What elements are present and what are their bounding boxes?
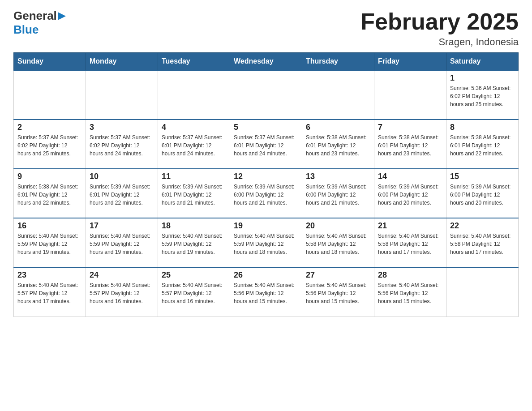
calendar-cell bbox=[302, 70, 374, 120]
title-block: February 2025 Sragen, Indonesia bbox=[360, 9, 519, 48]
day-number: 11 bbox=[162, 172, 226, 181]
calendar-cell: 9Sunrise: 5:38 AM Sunset: 6:01 PM Daylig… bbox=[14, 169, 86, 218]
calendar-cell: 15Sunrise: 5:39 AM Sunset: 6:00 PM Dayli… bbox=[446, 169, 519, 218]
day-number: 14 bbox=[378, 172, 442, 181]
day-info: Sunrise: 5:39 AM Sunset: 6:00 PM Dayligh… bbox=[378, 183, 442, 207]
day-info: Sunrise: 5:40 AM Sunset: 5:57 PM Dayligh… bbox=[17, 281, 82, 305]
day-number: 4 bbox=[162, 123, 226, 132]
calendar-cell bbox=[86, 70, 158, 120]
day-number: 8 bbox=[450, 123, 515, 132]
day-number: 5 bbox=[234, 123, 298, 132]
calendar-cell: 17Sunrise: 5:40 AM Sunset: 5:59 PM Dayli… bbox=[86, 218, 158, 267]
logo-general-text: General bbox=[13, 9, 57, 23]
day-number: 24 bbox=[90, 270, 154, 280]
day-number: 22 bbox=[450, 221, 515, 231]
day-number: 6 bbox=[306, 123, 370, 132]
calendar-cell: 16Sunrise: 5:40 AM Sunset: 5:59 PM Dayli… bbox=[14, 218, 86, 267]
day-info: Sunrise: 5:39 AM Sunset: 6:00 PM Dayligh… bbox=[450, 183, 515, 207]
day-number: 19 bbox=[234, 221, 298, 231]
day-number: 20 bbox=[306, 221, 370, 231]
weekday-header-monday: Monday bbox=[86, 53, 158, 71]
day-info: Sunrise: 5:40 AM Sunset: 5:59 PM Dayligh… bbox=[17, 232, 82, 256]
day-info: Sunrise: 5:40 AM Sunset: 5:58 PM Dayligh… bbox=[378, 232, 442, 256]
logo-triangle-icon bbox=[58, 12, 67, 21]
calendar-cell: 14Sunrise: 5:39 AM Sunset: 6:00 PM Dayli… bbox=[374, 169, 446, 218]
day-number: 3 bbox=[90, 123, 154, 132]
day-number: 17 bbox=[90, 221, 154, 231]
week-row-3: 9Sunrise: 5:38 AM Sunset: 6:01 PM Daylig… bbox=[14, 169, 519, 218]
svg-marker-0 bbox=[58, 12, 66, 20]
calendar-cell: 21Sunrise: 5:40 AM Sunset: 5:58 PM Dayli… bbox=[374, 218, 446, 267]
day-info: Sunrise: 5:37 AM Sunset: 6:02 PM Dayligh… bbox=[17, 133, 82, 158]
day-info: Sunrise: 5:40 AM Sunset: 5:59 PM Dayligh… bbox=[90, 232, 154, 256]
day-info: Sunrise: 5:40 AM Sunset: 5:56 PM Dayligh… bbox=[378, 281, 442, 305]
day-number: 16 bbox=[17, 221, 82, 231]
calendar-cell: 2Sunrise: 5:37 AM Sunset: 6:02 PM Daylig… bbox=[14, 120, 86, 169]
day-info: Sunrise: 5:37 AM Sunset: 6:01 PM Dayligh… bbox=[234, 133, 298, 158]
weekday-header-saturday: Saturday bbox=[446, 53, 519, 71]
day-number: 28 bbox=[378, 270, 442, 280]
day-number: 25 bbox=[162, 270, 226, 280]
calendar-cell: 26Sunrise: 5:40 AM Sunset: 5:56 PM Dayli… bbox=[230, 267, 302, 317]
calendar-cell: 13Sunrise: 5:39 AM Sunset: 6:00 PM Dayli… bbox=[302, 169, 374, 218]
calendar-cell: 24Sunrise: 5:40 AM Sunset: 5:57 PM Dayli… bbox=[86, 267, 158, 317]
day-number: 27 bbox=[306, 270, 370, 280]
calendar-cell: 18Sunrise: 5:40 AM Sunset: 5:59 PM Dayli… bbox=[158, 218, 230, 267]
calendar-cell: 23Sunrise: 5:40 AM Sunset: 5:57 PM Dayli… bbox=[14, 267, 86, 317]
calendar-table: SundayMondayTuesdayWednesdayThursdayFrid… bbox=[13, 52, 519, 317]
weekday-header-sunday: Sunday bbox=[14, 53, 86, 71]
day-info: Sunrise: 5:40 AM Sunset: 5:59 PM Dayligh… bbox=[234, 232, 298, 256]
weekday-header-thursday: Thursday bbox=[302, 53, 374, 71]
week-row-4: 16Sunrise: 5:40 AM Sunset: 5:59 PM Dayli… bbox=[14, 218, 519, 267]
day-info: Sunrise: 5:37 AM Sunset: 6:01 PM Dayligh… bbox=[162, 133, 226, 158]
day-info: Sunrise: 5:36 AM Sunset: 6:02 PM Dayligh… bbox=[450, 84, 515, 108]
day-number: 2 bbox=[17, 123, 82, 132]
calendar-cell: 6Sunrise: 5:38 AM Sunset: 6:01 PM Daylig… bbox=[302, 120, 374, 169]
day-info: Sunrise: 5:38 AM Sunset: 6:01 PM Dayligh… bbox=[450, 133, 515, 158]
day-info: Sunrise: 5:39 AM Sunset: 6:00 PM Dayligh… bbox=[306, 183, 370, 207]
calendar-cell bbox=[158, 70, 230, 120]
logo: General Blue bbox=[13, 9, 67, 37]
day-info: Sunrise: 5:40 AM Sunset: 5:56 PM Dayligh… bbox=[234, 281, 298, 305]
week-row-2: 2Sunrise: 5:37 AM Sunset: 6:02 PM Daylig… bbox=[14, 120, 519, 169]
day-info: Sunrise: 5:40 AM Sunset: 5:56 PM Dayligh… bbox=[306, 281, 370, 305]
calendar-cell: 4Sunrise: 5:37 AM Sunset: 6:01 PM Daylig… bbox=[158, 120, 230, 169]
day-number: 9 bbox=[17, 172, 82, 181]
calendar-cell bbox=[446, 267, 519, 317]
day-number: 1 bbox=[450, 73, 515, 83]
calendar-cell: 25Sunrise: 5:40 AM Sunset: 5:57 PM Dayli… bbox=[158, 267, 230, 317]
day-number: 7 bbox=[378, 123, 442, 132]
day-info: Sunrise: 5:39 AM Sunset: 6:01 PM Dayligh… bbox=[90, 183, 154, 207]
calendar-subtitle: Sragen, Indonesia bbox=[360, 36, 519, 48]
day-number: 12 bbox=[234, 172, 298, 181]
calendar-title: February 2025 bbox=[360, 9, 519, 34]
day-number: 15 bbox=[450, 172, 515, 181]
calendar-cell: 10Sunrise: 5:39 AM Sunset: 6:01 PM Dayli… bbox=[86, 169, 158, 218]
day-info: Sunrise: 5:40 AM Sunset: 5:57 PM Dayligh… bbox=[162, 281, 226, 305]
week-row-1: 1Sunrise: 5:36 AM Sunset: 6:02 PM Daylig… bbox=[14, 70, 519, 120]
calendar-cell: 7Sunrise: 5:38 AM Sunset: 6:01 PM Daylig… bbox=[374, 120, 446, 169]
page-header: General Blue February 2025 Sragen, Indon… bbox=[13, 9, 519, 48]
calendar-cell: 27Sunrise: 5:40 AM Sunset: 5:56 PM Dayli… bbox=[302, 267, 374, 317]
weekday-header-wednesday: Wednesday bbox=[230, 53, 302, 71]
calendar-cell: 12Sunrise: 5:39 AM Sunset: 6:00 PM Dayli… bbox=[230, 169, 302, 218]
calendar-cell: 11Sunrise: 5:39 AM Sunset: 6:01 PM Dayli… bbox=[158, 169, 230, 218]
logo-blue-text: Blue bbox=[13, 23, 39, 36]
calendar-cell bbox=[14, 70, 86, 120]
weekday-header-row: SundayMondayTuesdayWednesdayThursdayFrid… bbox=[14, 53, 519, 71]
calendar-cell: 3Sunrise: 5:37 AM Sunset: 6:02 PM Daylig… bbox=[86, 120, 158, 169]
day-number: 13 bbox=[306, 172, 370, 181]
day-number: 26 bbox=[234, 270, 298, 280]
calendar-cell: 22Sunrise: 5:40 AM Sunset: 5:58 PM Dayli… bbox=[446, 218, 519, 267]
day-number: 18 bbox=[162, 221, 226, 231]
day-info: Sunrise: 5:37 AM Sunset: 6:02 PM Dayligh… bbox=[90, 133, 154, 158]
calendar-cell: 8Sunrise: 5:38 AM Sunset: 6:01 PM Daylig… bbox=[446, 120, 519, 169]
calendar-cell: 19Sunrise: 5:40 AM Sunset: 5:59 PM Dayli… bbox=[230, 218, 302, 267]
day-number: 23 bbox=[17, 270, 82, 280]
calendar-cell bbox=[374, 70, 446, 120]
day-info: Sunrise: 5:38 AM Sunset: 6:01 PM Dayligh… bbox=[378, 133, 442, 158]
day-info: Sunrise: 5:40 AM Sunset: 5:57 PM Dayligh… bbox=[90, 281, 154, 305]
weekday-header-friday: Friday bbox=[374, 53, 446, 71]
calendar-cell: 1Sunrise: 5:36 AM Sunset: 6:02 PM Daylig… bbox=[446, 70, 519, 120]
day-number: 10 bbox=[90, 172, 154, 181]
